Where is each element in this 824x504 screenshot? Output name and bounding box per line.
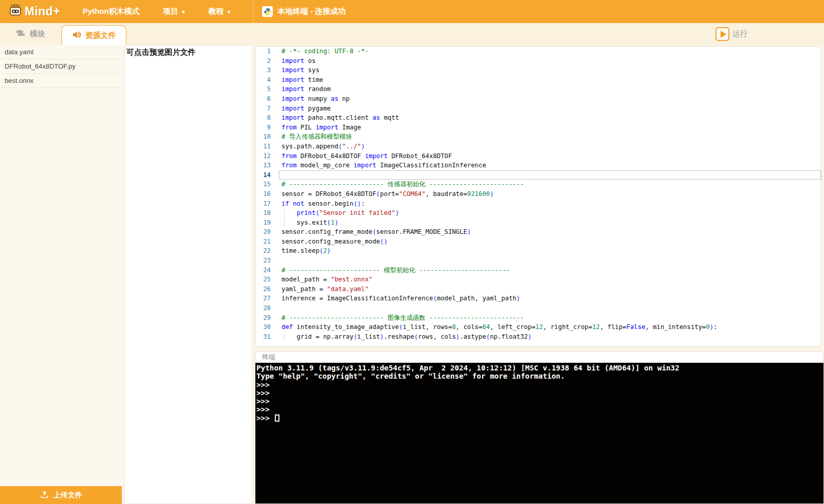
line-number: 12	[255, 151, 271, 161]
line-number: 28	[255, 303, 271, 313]
code-line[interactable]: 13from model_mp_core import ImageClassif…	[255, 161, 821, 170]
code-line[interactable]: 10# 导入传感器和模型模块	[255, 132, 821, 142]
code-line[interactable]: 27inference = ImageClassificationInferen…	[255, 294, 821, 303]
mindplus-app: Mind+ Python积木模式 项目 ▼ 教程 ▼ 本地终端 - 连接成功	[0, 0, 824, 504]
code-line[interactable]: 24# ------------------------ 模型初始化 -----…	[255, 266, 821, 275]
code-line[interactable]: 22time.sleep(2)	[255, 246, 821, 256]
mindplus-logo[interactable]: Mind+	[8, 4, 60, 20]
terminal-line: >>>	[256, 389, 823, 397]
code-line[interactable]: 6import numpy as np	[255, 94, 821, 104]
play-icon	[715, 27, 729, 41]
code-line[interactable]: 19 sys.exit(1)	[255, 218, 821, 228]
code-text: inference = ImageClassificationInference…	[281, 294, 520, 303]
code-text: # 导入传感器和模型模块	[281, 132, 352, 142]
code-line[interactable]: 12from DFRobot_64x8DTOF import DFRobot_6…	[255, 151, 821, 161]
code-line[interactable]: 7import pygame	[255, 104, 821, 114]
code-text: from DFRobot_64x8DTOF import DFRobot_64x…	[281, 151, 452, 161]
upload-icon	[40, 490, 49, 500]
code-text: import paho.mqtt.client as mqtt	[281, 113, 399, 123]
code-line[interactable]: 16sensor = DFRobot_64x8DTOF(port="COM64"…	[255, 189, 821, 199]
menu-python-block-mode[interactable]: Python积木模式	[83, 7, 140, 16]
code-text: import pygame	[281, 104, 331, 114]
line-number: 16	[255, 189, 271, 199]
code-text: sys.exit(1)	[281, 218, 338, 228]
code-line[interactable]: 31 grid = np.array(i_list).reshape(rows,…	[255, 332, 821, 342]
code-text: from PIL import Image	[281, 123, 361, 133]
menu-tutorial[interactable]: 教程 ▼	[208, 7, 231, 16]
code-line[interactable]: 8import paho.mqtt.client as mqtt	[255, 113, 821, 123]
code-line[interactable]: 18 print("Sensor init failed")	[255, 208, 821, 218]
code-text: # -*- coding: UTF-8 -*-	[281, 47, 368, 56]
code-line[interactable]: 1# -*- coding: UTF-8 -*-	[255, 47, 821, 56]
code-line[interactable]: 20sensor.config_frame_mode(sensor.FRAME_…	[255, 227, 821, 237]
tab-resources[interactable]: 资源文件	[61, 25, 126, 46]
code-line[interactable]: 11sys.path.append("../")	[255, 142, 821, 151]
line-number: 26	[255, 284, 271, 294]
terminal-line: >>>	[256, 405, 823, 413]
code-text: # ------------------------ 模型初始化 -------…	[281, 266, 510, 275]
code-text: # ------------------------- 传感器初始化 -----…	[281, 180, 524, 189]
chevron-down-icon: ▼	[181, 9, 186, 15]
code-line[interactable]: 4import time	[255, 75, 821, 85]
blocks-icon	[15, 29, 26, 39]
code-line[interactable]: 29# ------------------------- 图像生成函数 ---…	[255, 313, 821, 323]
code-line[interactable]: 9from PIL import Image	[255, 123, 821, 133]
code-line[interactable]: 25model_path = "best.onnx"	[255, 275, 821, 284]
code-line[interactable]: 2import os	[255, 56, 821, 66]
run-button[interactable]: 运行	[715, 27, 748, 41]
code-line[interactable]: 23	[255, 256, 821, 266]
code-line[interactable]: 17if not sensor.begin():	[255, 199, 821, 209]
terminal-line: >>>	[256, 381, 823, 389]
line-number: 13	[255, 161, 271, 170]
tab-modules[interactable]: 模块	[15, 29, 45, 39]
line-number: 17	[255, 199, 271, 209]
code-text: if not sensor.begin():	[281, 199, 365, 209]
code-line[interactable]: 5import random	[255, 84, 821, 94]
python-icon	[262, 6, 273, 17]
code-line[interactable]: 30def intensity_to_image_adaptive(i_list…	[255, 322, 821, 332]
code-line[interactable]: 21sensor.config_measure_mode()	[255, 237, 821, 247]
code-text: import numpy as np	[281, 94, 350, 104]
code-line[interactable]: 15# ------------------------- 传感器初始化 ---…	[255, 180, 821, 189]
code-line[interactable]: 14	[255, 170, 821, 180]
line-number: 6	[255, 94, 271, 104]
line-number: 29	[255, 313, 271, 323]
line-number: 30	[255, 322, 271, 332]
line-number: 18	[255, 208, 271, 218]
terminal-output[interactable]: Python 3.11.9 (tags/v3.11.9:de54cf5, Apr…	[255, 363, 823, 503]
line-number: 1	[255, 47, 271, 56]
line-number: 9	[255, 123, 271, 133]
line-number: 11	[255, 142, 271, 151]
code-text: print("Sensor init failed")	[281, 208, 399, 218]
active-line-highlight	[279, 170, 821, 180]
code-line[interactable]: 3import sys	[255, 65, 821, 75]
logo-text: Mind+	[25, 5, 60, 18]
line-number: 4	[255, 75, 271, 85]
code-editor[interactable]: 1# -*- coding: UTF-8 -*-2import os3impor…	[255, 46, 821, 347]
file-item[interactable]: data.yaml	[0, 45, 122, 59]
terminal-panel: 终端 Python 3.11.9 (tags/v3.11.9:de54cf5, …	[255, 351, 824, 504]
preview-panel[interactable]: 可点击预览图片文件	[124, 45, 252, 504]
menu-project[interactable]: 项目 ▼	[163, 7, 186, 16]
code-text: import os	[281, 56, 316, 66]
top-header: Mind+ Python积木模式 项目 ▼ 教程 ▼ 本地终端 - 连接成功	[0, 0, 824, 23]
code-text: sensor.config_frame_mode(sensor.FRAME_MO…	[281, 227, 471, 237]
code-line[interactable]: 28	[255, 303, 821, 313]
upload-file-button[interactable]: 上传文件	[0, 486, 122, 504]
line-number: 24	[255, 266, 271, 275]
line-number: 31	[255, 332, 271, 342]
code-text: yaml_path = "data.yaml"	[281, 284, 368, 294]
code-text: model_path = "best.onnx"	[281, 275, 373, 284]
line-number: 2	[255, 56, 271, 66]
file-item[interactable]: best.onnx	[0, 74, 122, 88]
line-number: 19	[255, 218, 271, 228]
code-text: grid = np.array(i_list).reshape(rows, co…	[281, 332, 532, 342]
line-number: 3	[255, 65, 271, 75]
code-line[interactable]: 26yaml_path = "data.yaml"	[255, 284, 821, 294]
line-number: 8	[255, 113, 271, 123]
file-item[interactable]: DFRobot_64x8DTOF.py	[0, 59, 122, 74]
line-number: 23	[255, 256, 271, 266]
terminal-status[interactable]: 本地终端 - 连接成功	[262, 6, 345, 17]
line-number: 25	[255, 275, 271, 284]
line-number: 20	[255, 227, 271, 237]
